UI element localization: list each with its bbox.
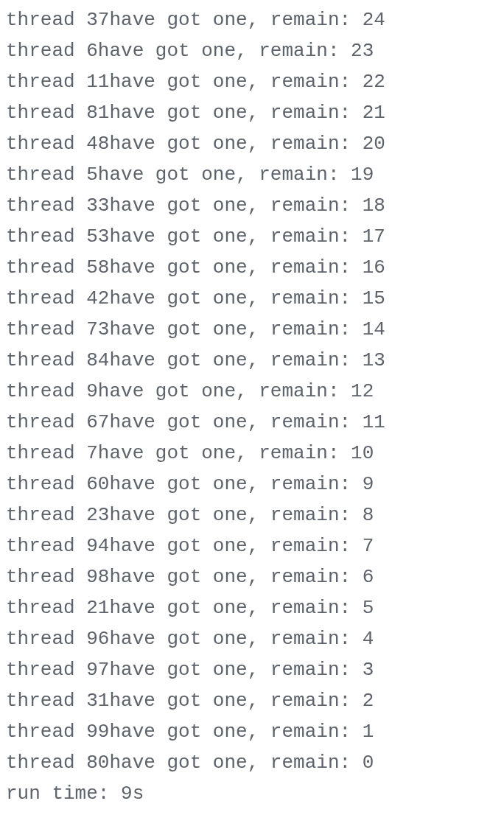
thread-id: 42 <box>86 287 109 309</box>
log-prefix: thread <box>6 164 86 186</box>
log-middle: have got one, remain: <box>109 287 362 309</box>
remain-count: 6 <box>363 566 374 588</box>
run-time-line: run time: 9s <box>6 778 498 809</box>
thread-id: 94 <box>86 535 109 557</box>
log-prefix: thread <box>6 721 86 743</box>
log-middle: have got one, remain: <box>109 256 362 279</box>
log-prefix: thread <box>6 133 86 155</box>
thread-id: 5 <box>86 164 98 186</box>
log-prefix: thread <box>6 349 86 371</box>
remain-count: 14 <box>363 318 385 340</box>
log-middle: have got one, remain: <box>109 535 362 557</box>
log-middle: have got one, remain: <box>98 40 351 62</box>
console-output: thread 37have got one, remain: 24thread … <box>0 0 504 809</box>
log-line: thread 60have got one, remain: 9 <box>6 469 498 500</box>
remain-count: 12 <box>351 380 374 402</box>
thread-id: 73 <box>86 318 109 340</box>
log-line: thread 58have got one, remain: 16 <box>6 252 498 283</box>
log-prefix: thread <box>6 9 86 31</box>
log-middle: have got one, remain: <box>98 442 351 464</box>
log-line: thread 84have got one, remain: 13 <box>6 345 498 376</box>
log-middle: have got one, remain: <box>109 411 362 433</box>
log-prefix: thread <box>6 225 86 248</box>
thread-id: 53 <box>86 225 109 248</box>
remain-count: 16 <box>363 256 385 279</box>
log-middle: have got one, remain: <box>109 597 362 619</box>
log-prefix: thread <box>6 442 86 464</box>
log-prefix: thread <box>6 318 86 340</box>
log-line: thread 98have got one, remain: 6 <box>6 561 498 592</box>
remain-count: 18 <box>363 195 385 217</box>
remain-count: 9 <box>363 473 374 495</box>
remain-count: 2 <box>363 690 374 712</box>
log-middle: have got one, remain: <box>109 133 362 155</box>
remain-count: 1 <box>363 721 374 743</box>
log-line: thread 67have got one, remain: 11 <box>6 407 498 438</box>
log-line: thread 31have got one, remain: 2 <box>6 685 498 716</box>
thread-id: 21 <box>86 597 109 619</box>
log-middle: have got one, remain: <box>109 690 362 712</box>
log-prefix: thread <box>6 40 86 62</box>
remain-count: 8 <box>363 504 374 526</box>
log-prefix: thread <box>6 566 86 588</box>
log-line: thread 53have got one, remain: 17 <box>6 221 498 252</box>
log-middle: have got one, remain: <box>98 164 351 186</box>
log-prefix: thread <box>6 752 86 774</box>
run-time-label: run time: <box>6 783 121 805</box>
thread-id: 98 <box>86 566 109 588</box>
log-middle: have got one, remain: <box>109 318 362 340</box>
log-prefix: thread <box>6 287 86 309</box>
thread-id: 7 <box>86 442 98 464</box>
log-middle: have got one, remain: <box>109 659 362 681</box>
thread-id: 84 <box>86 349 109 371</box>
thread-id: 81 <box>86 102 109 124</box>
remain-count: 15 <box>363 287 385 309</box>
remain-count: 13 <box>363 349 385 371</box>
remain-count: 21 <box>363 102 385 124</box>
thread-id: 31 <box>86 690 109 712</box>
log-line: thread 42have got one, remain: 15 <box>6 283 498 314</box>
remain-count: 0 <box>363 752 374 774</box>
log-middle: have got one, remain: <box>109 225 362 248</box>
remain-count: 19 <box>351 164 374 186</box>
log-prefix: thread <box>6 597 86 619</box>
thread-id: 80 <box>86 752 109 774</box>
log-prefix: thread <box>6 195 86 217</box>
log-middle: have got one, remain: <box>109 504 362 526</box>
thread-id: 48 <box>86 133 109 155</box>
log-prefix: thread <box>6 504 86 526</box>
log-line: thread 81have got one, remain: 21 <box>6 97 498 128</box>
log-line: thread 6have got one, remain: 23 <box>6 35 498 66</box>
log-prefix: thread <box>6 71 86 93</box>
thread-id: 33 <box>86 195 109 217</box>
log-line: thread 21have got one, remain: 5 <box>6 592 498 623</box>
thread-id: 11 <box>86 71 109 93</box>
remain-count: 17 <box>363 225 385 248</box>
remain-count: 5 <box>363 597 374 619</box>
log-line: thread 33have got one, remain: 18 <box>6 190 498 221</box>
log-middle: have got one, remain: <box>109 349 362 371</box>
log-prefix: thread <box>6 659 86 681</box>
log-line: thread 96have got one, remain: 4 <box>6 623 498 654</box>
log-prefix: thread <box>6 411 86 433</box>
remain-count: 23 <box>351 40 374 62</box>
thread-id: 99 <box>86 721 109 743</box>
remain-count: 11 <box>363 411 385 433</box>
log-line: thread 99have got one, remain: 1 <box>6 716 498 747</box>
log-middle: have got one, remain: <box>109 752 362 774</box>
remain-count: 10 <box>351 442 374 464</box>
log-middle: have got one, remain: <box>109 9 362 31</box>
run-time-value: 9s <box>121 783 144 805</box>
log-prefix: thread <box>6 628 86 650</box>
thread-id: 96 <box>86 628 109 650</box>
log-line: thread 11have got one, remain: 22 <box>6 66 498 97</box>
log-line: thread 23have got one, remain: 8 <box>6 500 498 531</box>
log-line: thread 97have got one, remain: 3 <box>6 654 498 685</box>
remain-count: 22 <box>363 71 385 93</box>
log-middle: have got one, remain: <box>109 566 362 588</box>
thread-id: 58 <box>86 256 109 279</box>
log-line: thread 7have got one, remain: 10 <box>6 438 498 469</box>
log-prefix: thread <box>6 256 86 279</box>
log-middle: have got one, remain: <box>109 102 362 124</box>
log-line: thread 5have got one, remain: 19 <box>6 159 498 190</box>
